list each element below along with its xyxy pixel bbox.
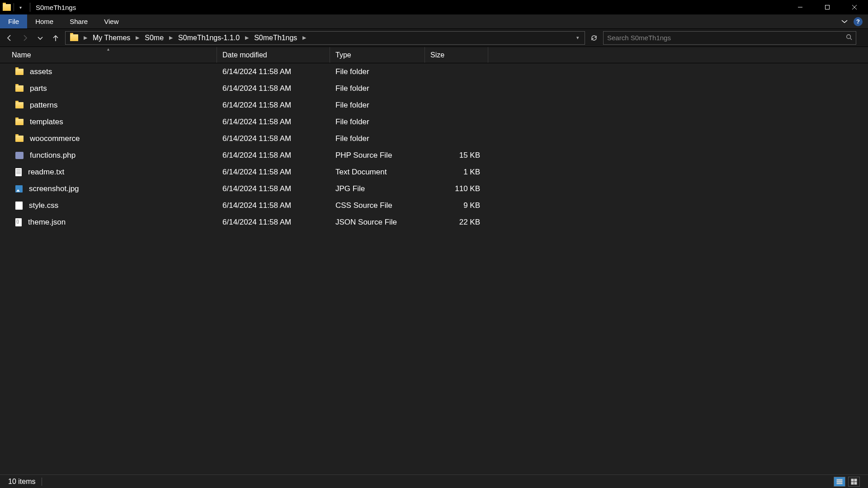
view-icons-button[interactable]	[848, 477, 860, 487]
chevron-right-icon[interactable]: ▶	[82, 35, 89, 41]
addr-root-icon[interactable]	[67, 32, 81, 44]
search-input[interactable]	[607, 34, 846, 42]
ribbon-tab-file[interactable]: File	[0, 14, 27, 28]
ribbon-tab-view[interactable]: View	[96, 14, 127, 28]
file-type: JPG File	[330, 184, 425, 193]
svg-rect-11	[854, 479, 857, 481]
file-name: patterns	[30, 101, 57, 110]
nav-bar: ▶ My Themes ▶ S0me ▶ S0meTh1ngs-1.1.0 ▶ …	[0, 29, 868, 47]
svg-line-6	[850, 38, 852, 40]
file-date: 6/14/2024 11:58 AM	[217, 117, 330, 127]
list-item[interactable]: templates6/14/2024 11:58 AMFile folder	[0, 113, 868, 130]
list-item[interactable]: assets6/14/2024 11:58 AMFile folder	[0, 63, 868, 80]
breadcrumb-segment[interactable]: S0meTh1ngs-1.1.0	[175, 32, 242, 44]
file-type: Text Document	[330, 168, 425, 177]
file-name: parts	[30, 84, 47, 93]
folder-icon	[3, 4, 11, 11]
breadcrumb-segment[interactable]: My Themes	[90, 32, 133, 44]
qat-divider	[14, 3, 14, 11]
file-type: File folder	[330, 134, 425, 143]
file-type: File folder	[330, 84, 425, 93]
file-name: assets	[30, 67, 52, 76]
address-history-dropdown[interactable]: ▾	[573, 35, 583, 41]
list-item[interactable]: readme.txt6/14/2024 11:58 AMText Documen…	[0, 164, 868, 180]
ribbon-tab-home[interactable]: Home	[27, 14, 61, 28]
file-name: woocommerce	[30, 134, 80, 143]
css-icon	[15, 202, 23, 210]
list-item[interactable]: style.css6/14/2024 11:58 AMCSS Source Fi…	[0, 197, 868, 214]
forward-button[interactable]	[19, 32, 31, 44]
status-bar: 10 items	[0, 474, 868, 488]
back-button[interactable]	[4, 32, 15, 44]
chevron-right-icon[interactable]: ▶	[167, 35, 175, 41]
php-icon	[15, 152, 24, 159]
ribbon-tab-share[interactable]: Share	[61, 14, 96, 28]
view-details-button[interactable]	[834, 477, 845, 487]
file-name: theme.json	[28, 218, 66, 227]
file-size: 1 KB	[425, 168, 488, 177]
column-date[interactable]: Date modified	[217, 47, 330, 63]
svg-point-5	[847, 34, 851, 38]
column-name[interactable]: Name ▴	[0, 47, 217, 63]
folder-icon	[15, 69, 24, 75]
maximize-button[interactable]	[814, 0, 841, 14]
chevron-right-icon[interactable]: ▶	[243, 35, 250, 41]
svg-rect-9	[837, 483, 842, 484]
svg-rect-8	[837, 481, 842, 482]
ribbon-collapse-icon[interactable]	[841, 18, 848, 26]
file-size: 110 KB	[425, 184, 488, 193]
address-bar[interactable]: ▶ My Themes ▶ S0me ▶ S0meTh1ngs-1.1.0 ▶ …	[65, 31, 585, 45]
file-date: 6/14/2024 11:58 AM	[217, 184, 330, 193]
svg-rect-7	[837, 479, 842, 480]
minimize-button[interactable]	[787, 0, 814, 14]
search-icon[interactable]	[846, 34, 852, 42]
svg-rect-13	[854, 482, 857, 484]
folder-icon	[15, 136, 24, 142]
file-date: 6/14/2024 11:58 AM	[217, 134, 330, 143]
refresh-button[interactable]	[589, 33, 599, 43]
file-date: 6/14/2024 11:58 AM	[217, 67, 330, 76]
list-item[interactable]: screenshot.jpg6/14/2024 11:58 AMJPG File…	[0, 180, 868, 197]
column-type[interactable]: Type	[330, 47, 425, 63]
list-item[interactable]: parts6/14/2024 11:58 AMFile folder	[0, 80, 868, 97]
file-name: readme.txt	[28, 168, 64, 177]
search-box[interactable]	[603, 31, 856, 45]
file-date: 6/14/2024 11:58 AM	[217, 201, 330, 210]
list-item[interactable]: woocommerce6/14/2024 11:58 AMFile folder	[0, 130, 868, 147]
file-name: templates	[30, 117, 63, 127]
up-button[interactable]	[50, 32, 61, 44]
sort-ascending-icon: ▴	[107, 47, 109, 52]
ribbon: File Home Share View ?	[0, 14, 868, 29]
file-list: assets6/14/2024 11:58 AMFile folderparts…	[0, 63, 868, 230]
chevron-right-icon[interactable]: ▶	[301, 35, 308, 41]
breadcrumb-segment[interactable]: S0me	[142, 32, 166, 44]
status-item-count: 10 items	[8, 478, 35, 486]
svg-rect-12	[851, 482, 854, 484]
file-date: 6/14/2024 11:58 AM	[217, 101, 330, 110]
file-size: 22 KB	[425, 218, 488, 227]
folder-icon	[15, 119, 24, 125]
file-name: functions.php	[30, 151, 75, 160]
help-icon[interactable]: ?	[854, 17, 863, 26]
recent-dropdown[interactable]	[34, 32, 46, 44]
file-date: 6/14/2024 11:58 AM	[217, 84, 330, 93]
file-type: File folder	[330, 101, 425, 110]
list-item[interactable]: functions.php6/14/2024 11:58 AMPHP Sourc…	[0, 147, 868, 164]
title-divider	[30, 3, 30, 12]
svg-rect-1	[826, 5, 830, 9]
chevron-right-icon[interactable]: ▶	[134, 35, 141, 41]
file-date: 6/14/2024 11:58 AM	[217, 168, 330, 177]
doc-icon	[15, 168, 22, 176]
close-button[interactable]	[841, 0, 868, 14]
list-item[interactable]: patterns6/14/2024 11:58 AMFile folder	[0, 97, 868, 113]
list-item[interactable]: theme.json6/14/2024 11:58 AMJSON Source …	[0, 214, 868, 230]
column-headers: Name ▴ Date modified Type Size	[0, 47, 868, 63]
file-type: JSON Source File	[330, 218, 425, 227]
breadcrumb-segment[interactable]: S0meTh1ngs	[251, 32, 300, 44]
file-date: 6/14/2024 11:58 AM	[217, 151, 330, 160]
column-size[interactable]: Size	[425, 47, 488, 63]
svg-rect-10	[851, 479, 854, 481]
file-type: PHP Source File	[330, 151, 425, 160]
folder-icon	[15, 102, 24, 108]
qat-dropdown[interactable]: ▾	[17, 5, 24, 10]
